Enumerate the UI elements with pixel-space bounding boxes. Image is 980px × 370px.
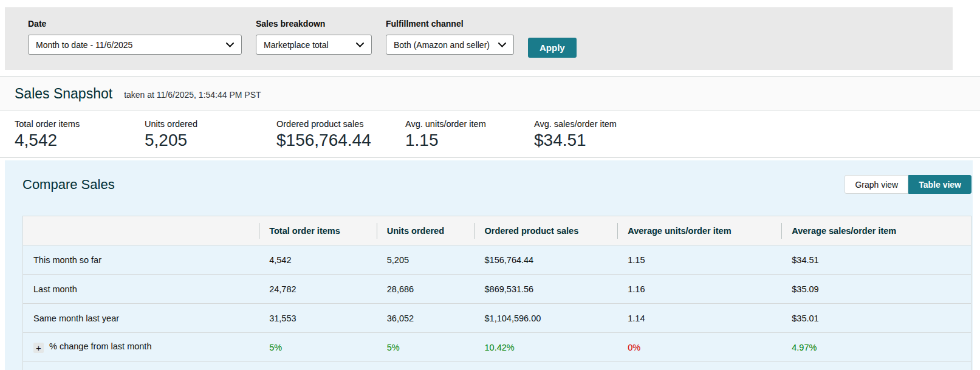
cell: $35.09 — [781, 275, 971, 304]
row-label: Same month last year — [23, 304, 259, 333]
date-select[interactable]: Month to date - 11/6/2025 — [28, 35, 242, 55]
fulfillment-channel-filter-group: Fulfillment channel Both (Amazon and sel… — [386, 19, 514, 55]
stat-label: Units ordered — [145, 119, 276, 129]
cell: 0% — [617, 333, 781, 362]
cell: 31,553 — [259, 304, 377, 333]
sales-snapshot-header: Sales Snapshot taken at 11/6/2025, 1:54:… — [0, 76, 980, 111]
stat-value: 1.15 — [405, 131, 534, 150]
column-header-average-sales-order-item: Average sales/order item — [781, 216, 971, 245]
stats-row: Total order items 4,542 Units ordered 5,… — [0, 111, 980, 158]
column-header-ordered-product-sales: Ordered product sales — [475, 216, 618, 245]
chevron-down-icon — [356, 43, 364, 47]
fulfillment-channel-select-value: Both (Amazon and seller) — [394, 40, 490, 50]
filter-bar: Date Month to date - 11/6/2025 Sales bre… — [5, 7, 953, 70]
cell: $869,531.56 — [475, 275, 618, 304]
sales-breakdown-label: Sales breakdown — [256, 19, 372, 29]
graph-view-button[interactable]: Graph view — [845, 175, 908, 194]
stat-ordered-product-sales: Ordered product sales $156,764.44 — [276, 119, 405, 157]
column-header-average-units-order-item: Average units/order item — [617, 216, 781, 245]
stat-avg-sales-order-item: Avg. sales/order item $34.51 — [534, 119, 617, 157]
row-label: This month so far — [23, 245, 259, 275]
sales-breakdown-select[interactable]: Marketplace total — [256, 35, 372, 55]
expand-plus-button[interactable]: + — [33, 343, 44, 353]
chevron-down-icon — [226, 43, 234, 47]
view-toggle: Graph view Table view — [845, 175, 971, 194]
stat-value: $156,764.44 — [276, 131, 405, 150]
sales-snapshot-title: Sales Snapshot — [15, 86, 112, 102]
stat-label: Avg. units/order item — [405, 119, 534, 129]
column-header-total-order-items: Total order items — [259, 216, 377, 245]
cell: 28,686 — [377, 275, 475, 304]
date-select-value: Month to date - 11/6/2025 — [36, 40, 132, 50]
row-label: Last month — [23, 275, 259, 304]
cell: 36,052 — [377, 304, 475, 333]
compare-sales-section: Compare Sales Graph view Table view Tota… — [5, 160, 973, 370]
fulfillment-channel-label: Fulfillment channel — [386, 19, 514, 29]
cell: $1,104,596.00 — [475, 304, 618, 333]
cell: 24,782 — [259, 275, 377, 304]
stat-value: $34.51 — [534, 131, 617, 150]
compare-sales-table: Total order items Units ordered Ordered … — [22, 216, 971, 370]
table-row-cutoff — [23, 362, 971, 370]
cell: 4.97% — [781, 333, 971, 362]
stat-total-order-items: Total order items 4,542 — [15, 119, 145, 157]
stat-label: Total order items — [15, 119, 145, 129]
stat-label: Avg. sales/order item — [534, 119, 617, 129]
chevron-down-icon — [498, 43, 506, 47]
cell: $35.01 — [781, 304, 971, 333]
compare-sales-header: Compare Sales Graph view Table view — [22, 175, 971, 194]
table-row-change: +% change from last month 5% 5% 10.42% 0… — [23, 333, 971, 362]
apply-button[interactable]: Apply — [528, 38, 577, 58]
table-row-same-month-last-year: Same month last year 31,553 36,052 $1,10… — [23, 304, 971, 333]
snapshot-timestamp: taken at 11/6/2025, 1:54:44 PM PST — [124, 90, 261, 100]
fulfillment-channel-select[interactable]: Both (Amazon and seller) — [386, 35, 514, 55]
cell: 1.15 — [617, 245, 781, 275]
cell: 5% — [377, 333, 475, 362]
column-header-empty — [23, 216, 259, 245]
table-header-row: Total order items Units ordered Ordered … — [23, 216, 971, 245]
row-label: +% change from last month — [23, 333, 259, 362]
sales-breakdown-filter-group: Sales breakdown Marketplace total — [256, 19, 372, 55]
stat-units-ordered: Units ordered 5,205 — [145, 119, 276, 157]
table-row-last-month: Last month 24,782 28,686 $869,531.56 1.1… — [23, 275, 971, 304]
date-filter-group: Date Month to date - 11/6/2025 — [28, 19, 242, 55]
sales-breakdown-select-value: Marketplace total — [264, 40, 329, 50]
compare-sales-title: Compare Sales — [22, 177, 115, 193]
stat-label: Ordered product sales — [276, 119, 405, 129]
cell: $156,764.44 — [475, 245, 618, 275]
cell: 5% — [259, 333, 377, 362]
table-view-button[interactable]: Table view — [908, 175, 971, 194]
stat-value: 5,205 — [145, 131, 276, 150]
cell: 1.14 — [617, 304, 781, 333]
cell: $34.51 — [781, 245, 971, 275]
table-row-this-month: This month so far 4,542 5,205 $156,764.4… — [23, 245, 971, 275]
column-header-units-ordered: Units ordered — [377, 216, 475, 245]
cell: 10.42% — [475, 333, 618, 362]
row-label-text: % change from last month — [49, 341, 151, 351]
cell: 5,205 — [377, 245, 475, 275]
stat-value: 4,542 — [15, 131, 145, 150]
cell: 1.16 — [617, 275, 781, 304]
date-label: Date — [28, 19, 242, 29]
cell: 4,542 — [259, 245, 377, 275]
stat-avg-units-order-item: Avg. units/order item 1.15 — [405, 119, 534, 157]
